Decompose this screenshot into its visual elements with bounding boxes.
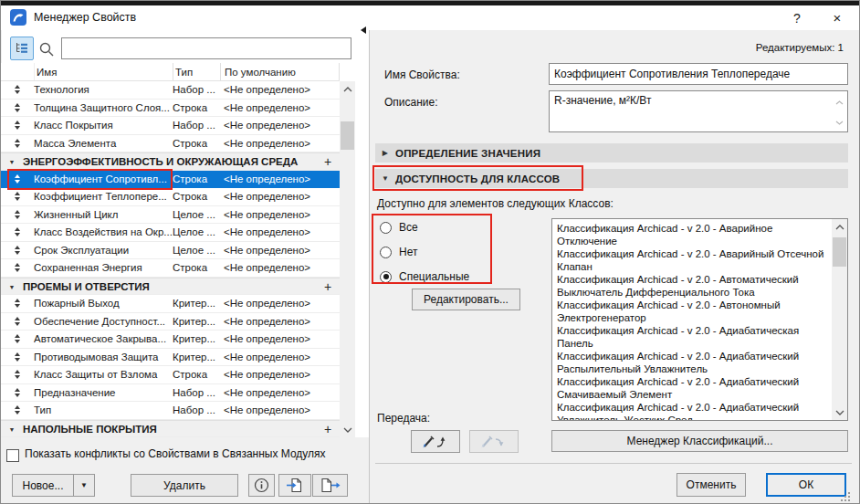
property-name-cell: Противодымовая Защита (34, 349, 173, 366)
drag-handle-icon[interactable] (1, 206, 34, 224)
delete-button[interactable]: Удалить (131, 474, 238, 497)
classification-listbox[interactable]: Классификация Archicad - v 2.0 - Аварийн… (551, 218, 848, 421)
drag-handle-icon[interactable] (1, 188, 34, 205)
collapse-triangle-icon[interactable]: ▼ (1, 278, 23, 295)
radio-circle-icon[interactable] (380, 222, 392, 234)
drag-handle-icon[interactable] (1, 331, 34, 348)
add-property-button[interactable]: + (316, 421, 340, 437)
left-scrollbar[interactable] (340, 81, 355, 437)
list-scrollbar-thumb[interactable] (833, 237, 846, 267)
tree-view-toggle-button[interactable] (10, 37, 34, 60)
close-button[interactable]: × (821, 5, 854, 30)
classification-list-item[interactable]: Классификация Archicad - v 2.0 - Адиабат… (557, 350, 830, 375)
classification-list-item[interactable]: Классификация Archicad - v 2.0 - Адиабат… (557, 401, 830, 420)
drag-handle-icon[interactable] (1, 81, 34, 99)
type-column-header[interactable]: Тип (173, 63, 220, 80)
drag-handle-icon[interactable] (1, 349, 34, 366)
name-column-header[interactable]: Имя (34, 63, 173, 80)
edit-button[interactable]: Редактировать... (412, 289, 520, 310)
drag-handle-icon[interactable] (1, 117, 34, 134)
table-row[interactable]: Жизненный ЦиклЦелое ...<Не определено> (1, 206, 340, 225)
classification-list-item[interactable]: Классификация Archicad - v 2.0 - Адиабат… (557, 375, 830, 401)
section-class-availability[interactable]: ▼ ДОСТУПНОСТЬ ДЛЯ КЛАССОВ (375, 169, 848, 188)
new-button[interactable]: Новое... (12, 474, 74, 497)
table-row[interactable]: Срок ЭксплуатацииЦелое ...<Не определено… (1, 242, 340, 260)
table-group-row[interactable]: ▼НАПОЛЬНЫЕ ПОКРЫТИЯ+ (1, 420, 340, 438)
export-button[interactable] (312, 474, 348, 497)
drag-handle-icon[interactable] (1, 384, 34, 402)
classification-list-item[interactable]: Классификация Archicad - v 2.0 - Автоном… (557, 299, 830, 324)
drag-handle-icon[interactable] (1, 224, 34, 241)
radio-all[interactable]: Все (380, 220, 469, 235)
collapse-triangle-icon[interactable]: ▼ (1, 421, 23, 437)
table-row[interactable]: Автоматическое Закрыва...Критер...<Не оп… (1, 331, 340, 349)
radio-custom[interactable]: Специальные (380, 269, 469, 284)
description-textarea[interactable]: R-значение, м²К/Вт (549, 90, 848, 132)
table-row[interactable]: Коэффициент Теплопере...Строка<Не опреде… (1, 188, 340, 206)
scrollbar-up-button[interactable] (340, 81, 355, 97)
table-row[interactable]: Пожарный ВыходКритер...<Не определено> (1, 295, 340, 313)
title-bar[interactable]: Менеджер Свойств ? × (1, 5, 859, 30)
table-row[interactable]: Класс Воздействия на Окр...Целое ...<Не … (1, 224, 340, 242)
ok-button[interactable]: ОК (766, 473, 846, 497)
info-button[interactable] (248, 474, 275, 497)
drag-handle-icon[interactable] (1, 171, 34, 188)
table-row[interactable]: Обеспечение Доступност...Критер...<Не оп… (1, 313, 340, 331)
drag-handle-icon[interactable] (1, 242, 34, 259)
classification-list-item[interactable]: Классификация Archicad - v 2.0 - Аварийн… (557, 247, 830, 273)
drag-handle-icon[interactable] (1, 366, 34, 383)
new-dropdown-button[interactable]: ▼ (73, 474, 95, 497)
table-row[interactable]: ТипНабор ...<Не определено> (1, 402, 340, 420)
search-icon[interactable] (38, 41, 55, 58)
textarea-scroll-up-icon[interactable] (835, 95, 844, 108)
table-row[interactable]: Сохраненная ЭнергияСтрока<Не определено> (1, 259, 340, 278)
search-input[interactable] (61, 37, 351, 59)
list-scrollbar-up-button[interactable] (832, 219, 847, 235)
resize-grip[interactable] (848, 499, 850, 501)
pick-up-parameters-button[interactable] (411, 430, 460, 453)
splitter-collapse-icon[interactable] (361, 26, 366, 34)
table-group-row[interactable]: ▼ПРОЕМЫ И ОТВЕРСТИЯ+ (1, 278, 340, 296)
drag-handle-icon[interactable] (1, 100, 34, 117)
table-group-row[interactable]: ▼ЭНЕРГОЭФФЕКТИВНОСТЬ И ОКРУЖАЮЩАЯ СРЕДА+ (1, 152, 340, 171)
scrollbar-down-button[interactable] (340, 422, 355, 437)
classification-list-item[interactable]: Классификация Archicad - v 2.0 - Аварийн… (557, 222, 830, 247)
textarea-scroll-down-icon[interactable] (835, 115, 844, 128)
help-button[interactable]: ? (782, 5, 812, 30)
table-row[interactable]: Коэффициент Сопротивл...Строка<Не опреде… (1, 171, 340, 189)
panel-splitter[interactable] (369, 30, 370, 504)
list-scrollbar[interactable] (832, 219, 847, 420)
drag-handle-icon[interactable] (1, 135, 34, 152)
section-value-definition[interactable]: ▶ ОПРЕДЕЛЕНИЕ ЗНАЧЕНИЯ (375, 143, 848, 163)
property-name-cell: Коэффициент Теплопере... (34, 188, 173, 205)
default-column-header[interactable]: По умолчанию (220, 63, 340, 80)
add-property-button[interactable]: + (316, 153, 340, 170)
classification-list-item[interactable]: Классификация Archicad - v 2.0 - Адиабат… (557, 324, 830, 350)
cancel-button[interactable]: Отменить (676, 473, 746, 497)
conflicts-checkbox[interactable] (6, 449, 19, 462)
table-row[interactable]: Масса ЭлементаСтрока<Не определено> (1, 135, 340, 153)
import-button[interactable] (278, 474, 311, 497)
inject-parameters-button[interactable] (469, 430, 519, 453)
table-row[interactable]: Противодымовая ЗащитаКритер...<Не опреде… (1, 349, 340, 367)
list-scrollbar-down-button[interactable] (832, 404, 847, 420)
property-name-input[interactable] (549, 63, 848, 85)
table-header[interactable]: Имя Тип По умолчанию (1, 63, 340, 81)
table-row[interactable]: Класс Защиты от ВзломаСтрока<Не определе… (1, 366, 340, 384)
add-property-button[interactable]: + (316, 278, 340, 295)
table-row[interactable]: Класс ПокрытияНабор ...<Не определено> (1, 117, 340, 135)
radio-circle-icon[interactable] (380, 271, 392, 283)
table-row[interactable]: ТехнологияНабор ...<Не определено> (1, 81, 340, 100)
radio-none[interactable]: Нет (380, 245, 469, 259)
classification-list-item[interactable]: Классификация Archicad - v 2.0 - Автомат… (557, 273, 830, 299)
drag-handle-icon[interactable] (1, 295, 34, 312)
scrollbar-thumb[interactable] (341, 121, 354, 150)
drag-handle-icon[interactable] (1, 313, 34, 331)
drag-handle-icon[interactable] (1, 259, 34, 277)
radio-circle-icon[interactable] (380, 247, 392, 258)
classification-manager-button[interactable]: Менеджер Классификаций... (551, 430, 848, 452)
table-row[interactable]: ПредназначениеНабор ...<Не определено> (1, 384, 340, 403)
collapse-triangle-icon[interactable]: ▼ (1, 153, 23, 170)
table-row[interactable]: Толщина Защитного Слоя...Строка<Не опред… (1, 100, 340, 118)
drag-handle-icon[interactable] (1, 402, 34, 419)
